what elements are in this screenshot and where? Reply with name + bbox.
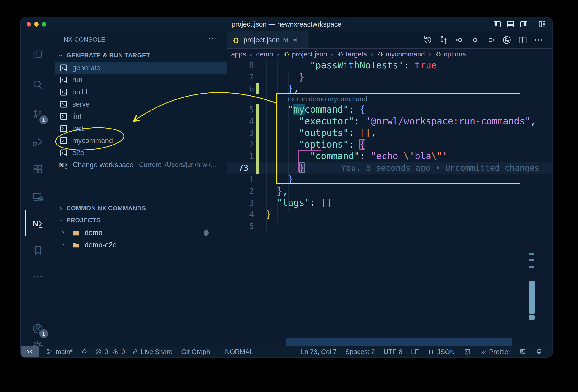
status-cursor-position[interactable]: Ln 73, Col 7 <box>296 346 341 357</box>
activity-source-control[interactable]: 1 <box>21 101 55 127</box>
json-icon: {} <box>283 51 290 58</box>
sidebar-item-change-workspace[interactable]: NChange workspaceCurrent: /Users/juri/nr… <box>55 159 227 171</box>
code-line[interactable]: 5 <box>227 220 552 232</box>
breadcrumb-label: project.json <box>292 50 327 58</box>
sidebar-item-demo-e2e[interactable]: demo-e2e <box>55 239 227 251</box>
terminal-icon <box>59 125 68 133</box>
sidebar-item-build[interactable]: build <box>55 86 227 98</box>
code-line[interactable]: 2 "options": { <box>227 139 552 150</box>
sidebar-item-demo[interactable]: demo <box>55 227 227 239</box>
activity-bookmarks[interactable] <box>21 238 55 263</box>
sidebar-item-serve[interactable]: serve <box>55 98 227 110</box>
status-branch[interactable]: main* <box>42 346 77 357</box>
status-language-mode[interactable]: {}JSON <box>423 346 459 357</box>
change-icon[interactable] <box>471 35 480 45</box>
chevron-right-icon[interactable] <box>60 242 66 248</box>
status-vim-mode[interactable]: -- NORMAL -- <box>214 346 264 357</box>
sidebar-item-test[interactable]: test <box>55 122 227 134</box>
more-icon[interactable] <box>534 35 543 45</box>
sidebar-item-run[interactable]: run <box>55 74 227 86</box>
history-icon[interactable] <box>423 35 433 45</box>
status-errors[interactable]: 0 <box>93 346 110 357</box>
status-encoding[interactable]: UTF-8 <box>379 346 407 357</box>
breadcrumb-apps[interactable]: apps <box>231 50 246 58</box>
codelens-run-command[interactable]: nx run demo:mycommand <box>266 95 367 103</box>
breadcrumb-demo[interactable]: demo <box>256 50 273 58</box>
status-publish[interactable] <box>77 346 93 357</box>
gitlens-icon[interactable] <box>502 35 512 45</box>
tab-project-json[interactable]: {} project.json M × <box>227 31 308 48</box>
status-live-share[interactable]: Live Share <box>127 346 177 357</box>
window-title: project.json — newnxreactwrkspace <box>21 20 552 28</box>
section-generate-run-target[interactable]: GENERATE & RUN TARGET <box>55 49 227 61</box>
sidebar-item-mycommand[interactable]: mycommand <box>55 134 227 147</box>
status-prettier[interactable]: Prettier <box>475 346 515 357</box>
status-feedback[interactable] <box>515 346 531 357</box>
status-copilot[interactable] <box>459 346 475 357</box>
activity-explorer[interactable] <box>21 42 55 67</box>
json-icon: {} <box>428 348 435 355</box>
activity-more-views[interactable] <box>21 264 55 289</box>
tab-label: project.json <box>243 36 280 44</box>
svg-text:N: N <box>59 161 64 168</box>
code-line[interactable]: 2 }, <box>227 185 552 197</box>
line-number: 1 <box>227 175 254 184</box>
code-line[interactable]: 1 } <box>227 174 552 185</box>
layout-left-icon[interactable] <box>493 20 502 29</box>
status-eol[interactable]: LF <box>407 346 423 357</box>
status-git-graph[interactable]: Git Graph <box>177 346 214 357</box>
code-line[interactable]: 73 }You, 8 seconds ago • Uncommitted cha… <box>227 162 552 174</box>
terminal-icon <box>59 100 68 108</box>
tab-close-icon[interactable]: × <box>293 36 298 44</box>
overview-ruler-mark <box>529 265 534 268</box>
breadcrumb-label: mycommand <box>385 50 425 58</box>
code-line[interactable]: 4} <box>227 209 552 220</box>
svg-text:{}: {} <box>338 52 343 57</box>
breadcrumb-project-json[interactable]: {}project.json <box>283 50 327 58</box>
code-line[interactable]: 3 "tags": [] <box>227 197 552 209</box>
sidebar-item-generate[interactable]: generate <box>55 62 227 74</box>
breadcrumb-mycommand[interactable]: {}mycommand <box>377 50 425 58</box>
section-common-nx-commands[interactable]: COMMON NX COMMANDS <box>55 202 227 215</box>
activity-extensions[interactable] <box>21 157 55 182</box>
section-projects[interactable]: PROJECTS <box>55 214 227 226</box>
code-line[interactable]: 1 "command": "echo \"bla\"" <box>227 150 552 162</box>
code-line[interactable]: 3 "outputs": [], <box>227 127 552 139</box>
sidebar-item-e2e[interactable]: e2e <box>55 147 227 159</box>
breadcrumb-options[interactable]: {}options <box>435 50 466 58</box>
codelens-row[interactable]: nx run demo:mycommand <box>227 94 552 104</box>
code-line[interactable]: 5 "mycommand": { <box>227 104 552 115</box>
code-editor[interactable]: 8 "passWithNoTests": true7 }6 },nx run d… <box>227 59 552 232</box>
code-line[interactable]: 7 } <box>227 71 552 83</box>
horizontal-scrollbar[interactable] <box>286 339 512 346</box>
code-line[interactable]: 8 "passWithNoTests": true <box>227 59 552 71</box>
activity-search[interactable] <box>21 72 55 97</box>
split-icon[interactable] <box>518 35 528 45</box>
layout-right-icon[interactable] <box>519 20 528 29</box>
status-warnings[interactable]: 0 <box>110 346 127 357</box>
sidebar-item-lint[interactable]: lint <box>55 110 227 122</box>
chevron-down-icon <box>58 218 64 223</box>
activity-run-debug[interactable] <box>21 129 55 154</box>
breadcrumb-targets[interactable]: {}targets <box>337 50 367 58</box>
scrollbar-thumb[interactable] <box>529 281 534 314</box>
prev-change-icon[interactable] <box>455 35 464 45</box>
sidebar-more-actions-button[interactable]: ··· <box>208 34 218 43</box>
line-number: 1 <box>227 151 254 161</box>
code-line[interactable]: 6 }, <box>227 83 552 94</box>
json-icon: {} <box>377 51 384 58</box>
layout-bottom-icon[interactable] <box>506 20 515 29</box>
line-number: 7 <box>227 72 254 82</box>
remote-indicator[interactable] <box>21 346 39 357</box>
terminal-icon <box>59 76 68 84</box>
activity-remote-explorer[interactable] <box>21 184 55 209</box>
chevron-right-icon[interactable] <box>60 230 66 236</box>
layout-grid-icon[interactable] <box>538 20 546 29</box>
status-label: UTF-8 <box>384 348 402 356</box>
status-indentation[interactable]: Spaces: 2 <box>341 346 379 357</box>
terminal-icon <box>59 64 68 72</box>
next-change-icon[interactable] <box>486 35 496 45</box>
status-notifications[interactable] <box>531 346 547 357</box>
code-line[interactable]: 4 "executor": "@nrwl/workspace:run-comma… <box>227 115 552 127</box>
compare-icon[interactable] <box>439 35 448 45</box>
